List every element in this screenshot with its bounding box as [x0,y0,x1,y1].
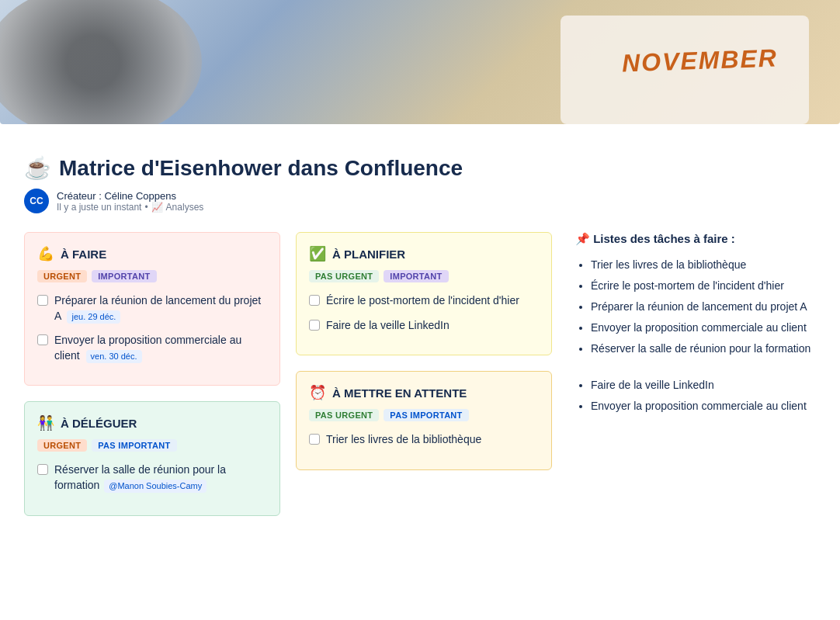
list-item: Envoyer la proposition commerciale au cl… [591,320,816,336]
list-item: Faire de la veille LinkedIn [591,377,816,393]
author-info: Créateur : Céline Coppens Il y a juste u… [57,190,203,213]
author-timestamp: Il y a juste un instant [57,202,141,213]
analytics-link[interactable]: Analyses [166,202,204,213]
badge-pas-urgent: PAS URGENT [309,270,379,282]
list-item: Réserver la salle de réunion pour la for… [591,341,816,357]
deleguer-task-list: Réserver la salle de réunion pour la for… [37,462,267,493]
task-item: Préparer la réunion de lancement du proj… [37,293,267,324]
planifier-task-list: Écrire le post-mortem de l'incident d'hi… [309,293,539,333]
author-row: CC Créateur : Céline Coppens Il y a just… [24,189,816,213]
deleguer-header: 👫 À DÉLÉGUER [37,414,267,431]
deleguer-title: À DÉLÉGUER [61,417,137,430]
badge-urgent: URGENT [37,270,87,282]
task-item: Écrire le post-mortem de l'incident d'hi… [309,293,539,309]
task-text: Envoyer la proposition commerciale au cl… [54,333,267,363]
deleguer-badges: URGENT PAS IMPORTANT [37,439,267,452]
list-divider [591,362,816,372]
quadrant-faire: 💪 À FAIRE URGENT IMPORTANT Préparer la r… [24,232,280,386]
task-date: ven. 30 déc. [86,350,142,363]
hero-calendar-decoration [561,16,809,124]
faire-header: 💪 À FAIRE [37,245,267,262]
list-item: Écrire le post-mortem de l'incident d'hi… [591,278,816,294]
page-title: Matrice d'Eisenhower dans Confluence [59,156,463,181]
badge-important: IMPORTANT [384,270,448,282]
attente-title: À METTRE EN ATTENTE [332,386,467,400]
quadrant-deleguer: 👫 À DÉLÉGUER URGENT PAS IMPORTANT Réserv… [24,401,280,515]
task-checkbox[interactable] [309,295,320,306]
task-text: Préparer la réunion de lancement du proj… [54,293,267,324]
planifier-emoji: ✅ [309,245,326,262]
attente-header: ⏰ À METTRE EN ATTENTE [309,384,539,401]
badge-important: IMPORTANT [92,270,156,282]
list-item: Envoyer la proposition commerciale au cl… [591,398,816,414]
attente-badges: PAS URGENT PAS IMPORTANT [309,409,539,421]
faire-emoji: 💪 [37,245,54,262]
meta-separator: • [144,202,148,213]
task-item: Envoyer la proposition commerciale au cl… [37,333,267,363]
hero-banner [0,0,840,124]
badge-pas-important: PAS IMPORTANT [384,409,468,421]
task-checkbox[interactable] [37,334,48,345]
task-item: Faire de la veille LinkedIn [309,318,539,334]
planifier-title: À PLANIFIER [332,248,405,261]
task-checkbox[interactable] [37,464,48,475]
badge-pas-important: PAS IMPORTANT [92,439,176,452]
task-checkbox[interactable] [309,434,320,445]
task-checkbox[interactable] [37,295,48,306]
side-panel-title: 📌 Listes des tâches à faire : [575,232,816,246]
badge-pas-urgent: PAS URGENT [309,409,379,421]
planifier-badges: PAS URGENT IMPORTANT [309,270,539,282]
middle-column: ✅ À PLANIFIER PAS URGENT IMPORTANT Écrir… [296,232,552,470]
quadrant-attente: ⏰ À METTRE EN ATTENTE PAS URGENT PAS IMP… [296,371,552,470]
deleguer-emoji: 👫 [37,414,54,431]
attente-emoji: ⏰ [309,384,326,401]
list-item: Trier les livres de la bibliothèque [591,257,816,273]
task-text: Réserver la salle de réunion pour la for… [54,462,267,493]
task-item: Trier les livres de la bibliothèque [309,432,539,448]
list-item: Préparer la réunion de lancement du proj… [591,299,816,315]
badge-urgent: URGENT [37,439,87,452]
page-title-row: ☕ Matrice d'Eisenhower dans Confluence [24,155,816,181]
main-grid: 💪 À FAIRE URGENT IMPORTANT Préparer la r… [24,232,816,516]
side-task-list: Trier les livres de la bibliothèque Écri… [575,257,816,414]
quadrant-planifier: ✅ À PLANIFIER PAS URGENT IMPORTANT Écrir… [296,232,552,355]
faire-title: À FAIRE [61,248,106,261]
task-mention[interactable]: @Manon Soubies-Camy [104,480,207,493]
task-item: Réserver la salle de réunion pour la for… [37,462,267,493]
attente-task-list: Trier les livres de la bibliothèque [309,432,539,448]
author-name: Créateur : Céline Coppens [57,190,203,202]
task-checkbox[interactable] [309,320,320,331]
planifier-header: ✅ À PLANIFIER [309,245,539,262]
faire-task-list: Préparer la réunion de lancement du proj… [37,293,267,363]
task-text: Faire de la veille LinkedIn [326,318,450,334]
task-text: Trier les livres de la bibliothèque [326,432,481,448]
page-title-emoji: ☕ [24,155,51,181]
side-panel: 📌 Listes des tâches à faire : Trier les … [568,232,816,419]
author-meta: Il y a juste un instant • 📈 Analyses [57,202,203,213]
analytics-icon: 📈 [151,202,163,213]
faire-badges: URGENT IMPORTANT [37,270,267,282]
left-column: 💪 À FAIRE URGENT IMPORTANT Préparer la r… [24,232,280,516]
avatar[interactable]: CC [24,189,49,213]
task-date: jeu. 29 déc. [67,310,120,324]
task-text: Écrire le post-mortem de l'incident d'hi… [326,293,519,309]
